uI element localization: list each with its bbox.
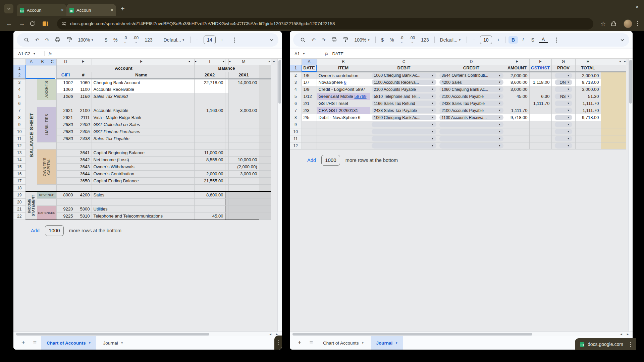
- strikethrough-button[interactable]: S: [528, 37, 537, 43]
- account-number-cell[interactable]: 2111: [75, 114, 92, 121]
- gifi-cell[interactable]: [56, 149, 75, 156]
- credit-cell[interactable]: 1060 Chequing Bank Ac...▼: [438, 86, 505, 93]
- add-rows-count-input[interactable]: 1000: [321, 155, 340, 166]
- debit-cell[interactable]: 1100 Accounts Receiva...▼: [370, 79, 438, 86]
- credit-cell[interactable]: 4200 Sales▼: [438, 79, 505, 86]
- window-grip[interactable]: [274, 336, 282, 350]
- row-header-11[interactable]: 11: [13, 135, 25, 142]
- gst-hst-cell[interactable]: [529, 135, 551, 142]
- row-header-12[interactable]: 12: [290, 142, 302, 149]
- column-header-D[interactable]: D: [438, 59, 505, 65]
- balance-20X2-cell[interactable]: [194, 205, 225, 213]
- column-header-D[interactable]: D: [56, 59, 75, 65]
- sheet-tab-journal[interactable]: Journal▼: [98, 336, 128, 350]
- balance-20X2-cell[interactable]: [194, 100, 225, 107]
- account-number-cell[interactable]: 1166: [75, 93, 92, 100]
- total-cell[interactable]: 9,718.00: [575, 114, 601, 121]
- account-name-cell[interactable]: Accounts Receivable: [92, 86, 191, 93]
- item-cell[interactable]: Debit - NovaSphere 6: [317, 114, 370, 121]
- decrease-decimals-button[interactable]: .0←: [397, 36, 406, 44]
- debit-cell[interactable]: 1060 Chequing Bank Ac...▼: [370, 114, 438, 121]
- cell[interactable]: [191, 135, 194, 142]
- prov-dropdown[interactable]: NS▼: [555, 94, 572, 99]
- print-icon[interactable]: [329, 37, 339, 43]
- cell[interactable]: [225, 156, 228, 163]
- balance-20X2-cell[interactable]: 2,000.00: [194, 170, 225, 177]
- debit-cell[interactable]: 2438 Sales Tax Payable▼: [370, 107, 438, 114]
- balance-20X2-cell[interactable]: 1,163.00: [194, 107, 225, 114]
- column-header-E[interactable]: E: [505, 59, 529, 65]
- row-header-13[interactable]: 13: [13, 149, 25, 156]
- credit-cell[interactable]: ▼: [438, 121, 505, 128]
- credit-dropdown[interactable]: ▼: [439, 129, 503, 134]
- debit-dropdown[interactable]: 5810 Telephone and Tel...▼: [372, 94, 436, 99]
- item-cell[interactable]: GreenLeaf Mobile 58769: [317, 93, 370, 100]
- cell[interactable]: [601, 128, 626, 135]
- column-header-B[interactable]: B: [317, 59, 370, 65]
- cell[interactable]: [225, 198, 228, 205]
- item-cell[interactable]: [317, 142, 370, 149]
- cell[interactable]: [225, 79, 228, 86]
- account-name-cell[interactable]: Sales Tax Payable: [92, 135, 191, 142]
- prov-cell[interactable]: ▼: [551, 114, 575, 121]
- zoom-select[interactable]: 100% ▼: [75, 37, 96, 43]
- prov-cell[interactable]: ON▼: [551, 79, 575, 86]
- toolbar-more-icon[interactable]: [554, 38, 559, 43]
- row-header-16[interactable]: 16: [13, 170, 25, 177]
- amount-cell[interactable]: 8,600.00: [505, 79, 529, 86]
- cell[interactable]: [259, 163, 271, 170]
- right-horizontal-scrollbar[interactable]: ◄ ►: [290, 331, 633, 336]
- credit-cell[interactable]: 2100 Accounts Payable▼: [438, 93, 505, 100]
- cell[interactable]: [225, 184, 228, 191]
- date-cell[interactable]: 1/7: [302, 79, 317, 86]
- account-number-cell[interactable]: 2100: [75, 107, 92, 114]
- debit-cell[interactable]: 2100 Accounts Payable▼: [370, 86, 438, 93]
- date-cell[interactable]: 1/12: [302, 93, 317, 100]
- account-name-cell[interactable]: Sales Tax Refund: [92, 93, 191, 100]
- account-number-cell[interactable]: 2405: [75, 128, 92, 135]
- credit-dropdown[interactable]: 2438 Sales Tax Payable▼: [439, 101, 503, 106]
- prov-dropdown[interactable]: ON▼: [555, 79, 572, 85]
- balance-20X2-cell[interactable]: 11,000.00: [194, 149, 225, 156]
- cell[interactable]: [191, 184, 194, 191]
- date-cell[interactable]: 2/5: [302, 114, 317, 121]
- cell[interactable]: [191, 198, 194, 205]
- add-rows-count-input[interactable]: 1000: [45, 225, 64, 236]
- row-header-8[interactable]: 8: [290, 114, 302, 121]
- amount-cell[interactable]: [505, 100, 529, 107]
- gst-hst-cell[interactable]: [529, 86, 551, 93]
- debit-cell[interactable]: 1166 Sales Tax Refund▼: [370, 100, 438, 107]
- account-name-cell[interactable]: Capital Beginning Balance: [92, 149, 191, 156]
- cell[interactable]: [259, 177, 271, 184]
- balance-20X2-cell[interactable]: [194, 93, 225, 100]
- cell[interactable]: [191, 205, 194, 213]
- all-sheets-icon[interactable]: ≡: [30, 340, 40, 347]
- row-header-3[interactable]: 3: [13, 79, 25, 86]
- balance-20X2-cell[interactable]: [194, 86, 225, 93]
- cell[interactable]: [225, 114, 228, 121]
- gst-hst-cell[interactable]: 1,118.00: [529, 79, 551, 86]
- cell[interactable]: [191, 142, 194, 149]
- account-name-cell[interactable]: Capital Ending Balance: [92, 177, 191, 184]
- date-cell[interactable]: [302, 142, 317, 149]
- balance-20X1-cell[interactable]: [228, 213, 259, 220]
- total-cell[interactable]: 2,000.00: [575, 72, 601, 79]
- select-all-corner[interactable]: [290, 59, 302, 65]
- credit-cell[interactable]: 2438 Sales Tax Payable▼: [438, 100, 505, 107]
- cell[interactable]: [259, 149, 271, 156]
- debit-dropdown[interactable]: ▼: [372, 136, 436, 141]
- bookmark-star-icon[interactable]: ☆: [598, 20, 608, 27]
- row-header-1[interactable]: 1: [290, 65, 302, 72]
- row-header-2[interactable]: 2: [290, 72, 302, 79]
- balance-20X1-cell[interactable]: [228, 191, 259, 198]
- paint-format-icon[interactable]: [340, 37, 351, 43]
- scroll-arrows[interactable]: ◄ ►: [620, 333, 631, 336]
- gifi-cell[interactable]: [56, 198, 75, 205]
- balance-20X1-cell[interactable]: 3,000.00: [228, 107, 259, 114]
- cell[interactable]: [259, 184, 271, 191]
- cell[interactable]: [601, 121, 626, 128]
- debit-dropdown[interactable]: 2100 Accounts Payable▼: [372, 86, 436, 92]
- debit-dropdown[interactable]: 1060 Chequing Bank Ac...▼: [372, 73, 436, 78]
- item-cell[interactable]: Credit - LogicPoint 5897: [317, 86, 370, 93]
- account-name-cell[interactable]: [92, 142, 191, 149]
